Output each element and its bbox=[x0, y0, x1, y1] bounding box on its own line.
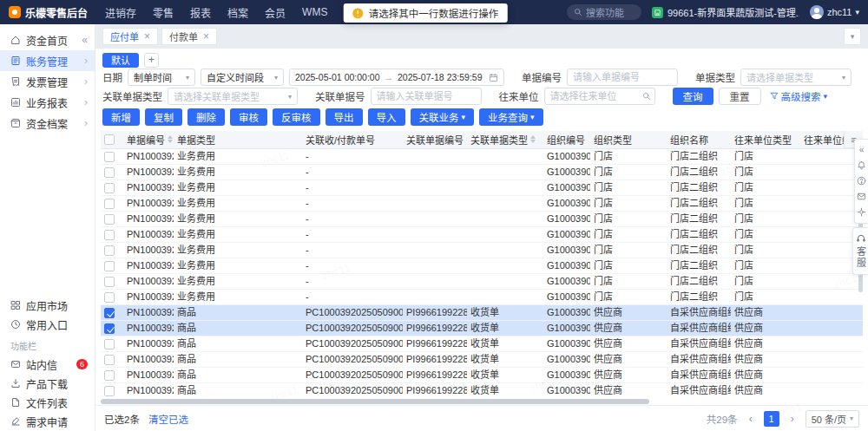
table-row[interactable]: PN10003920250512000008 业务费用 - G100039000… bbox=[101, 195, 863, 211]
cell-doc-no[interactable]: PN10003920250512000009 bbox=[123, 180, 174, 195]
sidebar-item[interactable]: 文件列表 bbox=[0, 393, 95, 412]
table-row[interactable]: PN10003920250512000007 业务费用 - G100039000… bbox=[101, 211, 863, 226]
table-row[interactable]: PN10003920250512000004 业务费用 - G100039000… bbox=[101, 258, 863, 273]
table-row[interactable]: PN10003920250509000014 商品 PC100039202505… bbox=[101, 367, 863, 382]
collapse-dock-icon[interactable]: « bbox=[859, 146, 865, 154]
tab[interactable]: 应付单 × bbox=[102, 28, 158, 45]
row-checkbox[interactable] bbox=[104, 230, 115, 240]
menu-item[interactable]: 报表▾ bbox=[190, 5, 211, 20]
cell-payment-no[interactable]: - bbox=[302, 226, 403, 242]
cell-doc-no[interactable]: PN10003920250509000015 bbox=[123, 351, 174, 367]
global-search-input[interactable]: 搜索功能 bbox=[567, 4, 641, 20]
table-row[interactable]: PN10003920250509000018 商品 PC100039202505… bbox=[101, 304, 863, 320]
page-size-select[interactable]: 50 条/页 ▾ bbox=[806, 410, 859, 428]
toolbar-button[interactable]: 导出▾ bbox=[326, 108, 363, 126]
table-row[interactable]: PN10003920250509000016 商品 PC100039202505… bbox=[101, 336, 863, 351]
sidebar-item[interactable]: 应用市场 bbox=[0, 296, 95, 315]
row-checkbox[interactable] bbox=[104, 199, 115, 209]
cell-doc-no[interactable]: PN10003920250512000011 bbox=[123, 148, 174, 164]
date-range-input[interactable]: 2025-05-01 00:00:00 → 2025-07-18 23:59:5… bbox=[289, 69, 504, 86]
cell-doc-no[interactable]: PN10003920250512000005 bbox=[123, 242, 174, 258]
cell-payment-no[interactable]: - bbox=[302, 211, 403, 226]
menu-item[interactable]: 档案▾ bbox=[227, 5, 248, 20]
user-menu[interactable]: zhc11 ▾ bbox=[810, 5, 859, 19]
cell-doc-no[interactable]: PN10003920250512000007 bbox=[123, 211, 174, 226]
row-checkbox[interactable] bbox=[104, 308, 115, 318]
app-logo[interactable]: 乐檬零售后台 bbox=[9, 5, 88, 20]
row-checkbox[interactable] bbox=[104, 386, 115, 396]
sort-icon[interactable] bbox=[466, 135, 467, 143]
table-row[interactable]: PN10003920250509000015 商品 PC100039202505… bbox=[101, 351, 863, 367]
sidebar-item[interactable]: 资金首页 « › bbox=[0, 29, 95, 50]
toolbar-button[interactable]: 业务查询▾ bbox=[479, 108, 543, 126]
cell-payment-no[interactable]: PC10003920250509000003 bbox=[302, 336, 403, 351]
advanced-search-link[interactable]: 高级搜索 ▾ bbox=[770, 89, 828, 103]
row-checkbox[interactable] bbox=[104, 245, 115, 256]
table-row[interactable]: PN10003920250512000005 业务费用 - G100039000… bbox=[101, 242, 863, 258]
toolbar-button[interactable]: 导入▾ bbox=[368, 108, 405, 126]
store-selector[interactable]: 99661-新界面果蔬版测试-管理.. bbox=[652, 5, 799, 19]
sidebar-item[interactable]: 需求申请 bbox=[0, 412, 95, 431]
column-header[interactable]: 单据编号 bbox=[123, 131, 174, 148]
sort-icon[interactable] bbox=[168, 135, 173, 143]
help-icon[interactable] bbox=[857, 176, 866, 186]
row-checkbox[interactable] bbox=[104, 323, 115, 334]
cell-payment-no[interactable]: PC10003920250509000006 bbox=[302, 382, 403, 398]
column-header[interactable]: 关联单据编号 bbox=[403, 131, 467, 148]
cell-doc-no[interactable]: PN10003920250509000014 bbox=[123, 367, 174, 382]
sidebar-item[interactable]: 站内信 6 bbox=[0, 355, 95, 374]
table-row[interactable]: PN10003920250509000013 商品 PC100039202505… bbox=[101, 382, 863, 398]
cell-payment-no[interactable]: PC10003920250509000002 bbox=[302, 320, 403, 336]
filter-preset-button[interactable]: 默认 bbox=[102, 53, 139, 68]
reset-button[interactable]: 重置 bbox=[719, 88, 761, 105]
row-checkbox[interactable] bbox=[104, 277, 115, 287]
cell-payment-no[interactable]: - bbox=[302, 148, 403, 164]
menu-item[interactable]: 零售▾ bbox=[153, 5, 174, 20]
row-checkbox[interactable] bbox=[104, 167, 115, 178]
next-page-button[interactable]: › bbox=[785, 411, 800, 427]
toolbar-button[interactable]: 审核▾ bbox=[230, 108, 267, 126]
doc-type-select[interactable]: 请选择单据类型 ▾ bbox=[740, 69, 852, 86]
sidebar-item[interactable]: 资金档案 « › bbox=[0, 113, 95, 134]
collapse-sidebar-icon[interactable]: « bbox=[82, 34, 88, 46]
cell-payment-no[interactable]: - bbox=[302, 180, 403, 195]
query-button[interactable]: 查询 bbox=[673, 88, 713, 105]
column-header[interactable]: 往来单位类型 bbox=[731, 131, 800, 148]
date-type-select[interactable]: 制单时间 ▾ bbox=[128, 69, 195, 86]
sidebar-item[interactable]: 常用入口 bbox=[0, 315, 95, 334]
settings-icon[interactable] bbox=[857, 207, 866, 217]
table-row[interactable]: PN10003920250512000009 业务费用 - G100039000… bbox=[101, 180, 863, 195]
add-filter-preset-button[interactable]: + bbox=[144, 53, 159, 68]
row-checkbox[interactable] bbox=[104, 152, 115, 162]
rel-no-input[interactable] bbox=[371, 88, 482, 105]
column-header[interactable]: 组织编号 bbox=[543, 131, 590, 148]
clear-selection-link[interactable]: 清空已选 bbox=[148, 412, 188, 426]
column-header[interactable]: 关联单据类型 bbox=[467, 131, 543, 148]
cell-payment-no[interactable]: - bbox=[302, 195, 403, 211]
range-mode-select[interactable]: 自定义时间段 ▾ bbox=[201, 69, 284, 86]
table-row[interactable]: PN10003920250512000011 业务费用 - G100039000… bbox=[101, 148, 863, 164]
cell-doc-no[interactable]: PN10003920250512000003 bbox=[123, 273, 174, 289]
cell-payment-no[interactable]: - bbox=[302, 258, 403, 273]
cell-payment-no[interactable]: - bbox=[302, 273, 403, 289]
customer-service-button[interactable]: 客服 bbox=[852, 227, 868, 275]
cell-doc-no[interactable]: PN10003920250512000004 bbox=[123, 258, 174, 273]
row-checkbox[interactable] bbox=[104, 355, 115, 365]
cell-payment-no[interactable]: - bbox=[302, 164, 403, 180]
cell-doc-no[interactable]: PN10003920250509000016 bbox=[123, 336, 174, 351]
menu-item[interactable]: WMS▾ bbox=[302, 6, 327, 18]
right-dock[interactable]: « bbox=[854, 139, 868, 224]
select-all-checkbox[interactable] bbox=[104, 134, 115, 145]
table-row[interactable]: PN10003920250512000003 业务费用 - G100039000… bbox=[101, 273, 863, 289]
cell-payment-no[interactable]: PC10003920250509000005 bbox=[302, 367, 403, 382]
row-checkbox[interactable] bbox=[104, 183, 115, 193]
cell-payment-no[interactable]: - bbox=[302, 289, 403, 304]
sidebar-item[interactable]: 产品下载 bbox=[0, 374, 95, 393]
sidebar-item[interactable]: 发票管理 « › bbox=[0, 71, 95, 92]
tab-options-button[interactable]: ▾ bbox=[844, 28, 861, 45]
prev-page-button[interactable]: ‹ bbox=[743, 411, 759, 427]
row-checkbox[interactable] bbox=[104, 370, 115, 381]
table-row[interactable]: PN10003920250512000002 业务费用 - G100039000… bbox=[101, 289, 863, 304]
cell-doc-no[interactable]: PN10003920250509000017 bbox=[123, 320, 174, 336]
doc-no-input[interactable] bbox=[567, 69, 678, 86]
